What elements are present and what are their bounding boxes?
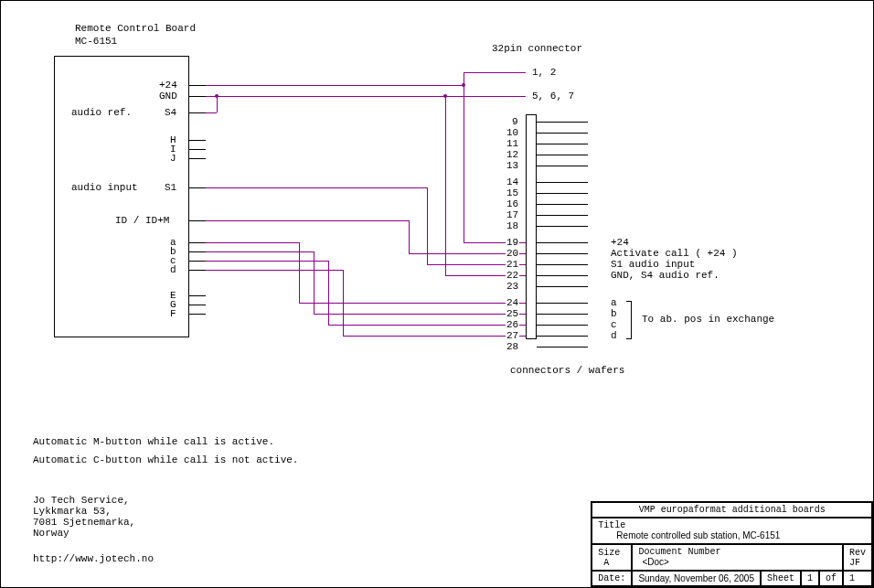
pin-label-f-cap: F <box>169 308 177 319</box>
pin-stub <box>189 140 206 141</box>
pin-label-p24: +24 <box>158 80 178 91</box>
connector-pin-line <box>537 264 588 265</box>
connector-pin-18: 18 <box>506 220 519 231</box>
bracket-icon <box>626 301 632 339</box>
pin-stub <box>189 270 206 271</box>
contact-l3: 7081 Sjetnemarka, <box>32 517 136 528</box>
titleblock-docnum-label: Document Number <box>638 547 720 557</box>
connector-pin-line <box>537 193 588 194</box>
contact-url: http://www.jotech.no <box>32 553 155 564</box>
wire <box>343 270 344 336</box>
connector-pin-line <box>537 133 588 134</box>
titleblock-size: A <box>598 558 609 568</box>
wire <box>206 251 314 252</box>
annot-b: b <box>610 308 618 319</box>
titleblock-sheet-label: Sheet <box>761 571 801 586</box>
pin-stub <box>189 96 206 97</box>
contact-l4: Norway <box>32 528 70 539</box>
wire <box>206 85 464 86</box>
titleblock-sheet-t: 1 <box>843 571 872 586</box>
annot-bracket-text: To ab. pos in exchange <box>641 314 775 325</box>
wire <box>343 336 526 337</box>
connector-pin-line <box>537 286 588 287</box>
connector-pin-line <box>537 166 588 166</box>
titleblock-docnum: <Doc> <box>638 557 668 567</box>
connector-pin-19: 19 <box>506 237 519 248</box>
connector-pin-27: 27 <box>506 330 519 341</box>
titleblock-rev: JF <box>849 558 860 568</box>
pin-stub <box>189 295 206 296</box>
connector-pin-line <box>537 144 588 144</box>
titleblock-rev-label: Rev <box>849 548 866 558</box>
connector-pin-line <box>537 204 588 205</box>
wire <box>206 270 343 271</box>
connector-pin-line <box>537 215 588 216</box>
connector-pin-23: 23 <box>506 281 519 292</box>
connector-pin-line <box>537 242 588 243</box>
connector-p567: 5, 6, 7 <box>531 91 575 102</box>
pin-label-d: d <box>169 264 177 275</box>
connector-pin-28: 28 <box>506 341 519 352</box>
schematic-sheet: Remote Control Board MC-6151 +24 GND aud… <box>0 0 874 588</box>
titleblock-size-label: Size <box>598 548 620 558</box>
titleblock-date: Sunday, November 06, 2005 <box>632 571 761 586</box>
connector-pin-25: 25 <box>506 308 519 319</box>
contact-l2: Lykkmarka 53, <box>32 506 112 517</box>
connector-pin-10: 10 <box>506 127 519 138</box>
connector-pin-21: 21 <box>506 259 519 270</box>
wire <box>314 314 526 315</box>
connector-pin-15: 15 <box>506 187 519 198</box>
connector-pin-line <box>537 155 588 155</box>
connector-block <box>526 114 537 339</box>
board-part-number: MC-6151 <box>74 36 118 47</box>
wire <box>409 220 410 253</box>
connector-pin-26: 26 <box>506 319 519 330</box>
wire <box>206 96 445 97</box>
wire <box>464 72 526 73</box>
contact-l1: Jo Tech Service, <box>32 495 131 506</box>
connector-title: 32pin connector <box>491 43 583 54</box>
annot-activate-call: Activate call ( +24 ) <box>610 248 739 259</box>
titleblock-title: Remote controlled sub station, MC-6151 <box>598 530 780 540</box>
board-title: Remote Control Board <box>74 23 197 34</box>
connector-footer: connectors / wafers <box>509 365 625 376</box>
titleblock-sheet-n: 1 <box>801 571 819 586</box>
titleblock-title-label: Title <box>598 520 625 530</box>
annot-a: a <box>610 297 618 308</box>
pin-label-s1: S1 <box>164 182 177 193</box>
wire <box>445 96 446 275</box>
pin-label-gnd: GND <box>158 91 178 102</box>
connector-pin-14: 14 <box>506 176 519 187</box>
annot-d: d <box>610 330 618 341</box>
connector-p12: 1, 2 <box>531 67 557 78</box>
pin-label-s4: S4 <box>164 107 177 118</box>
titleblock-date-label: Date: <box>598 573 625 583</box>
connector-pin-line <box>537 347 588 347</box>
wire <box>206 112 217 113</box>
connector-pin-11: 11 <box>506 138 519 149</box>
pin-stub <box>189 112 206 113</box>
junction-icon <box>215 94 218 98</box>
pin-label-id: ID / ID+M <box>114 215 170 226</box>
wire <box>206 242 299 243</box>
pin-label-s1-desc: audio input <box>70 182 139 193</box>
connector-pin-line <box>537 336 588 337</box>
connector-pin-24: 24 <box>506 297 519 308</box>
title-block: VMP europaformat additional boards Title… <box>591 501 873 587</box>
pin-stub <box>189 149 206 150</box>
connector-pin-line <box>537 325 588 326</box>
annot-p24: +24 <box>610 237 630 248</box>
connector-pin-13: 13 <box>506 160 519 171</box>
titleblock-project: VMP europaformat additional boards <box>592 502 872 518</box>
pin-stub <box>189 251 206 252</box>
connector-pin-12: 12 <box>506 149 519 160</box>
pin-stub <box>189 314 206 315</box>
pin-stub <box>189 242 206 243</box>
note-m-button: Automatic M-button while call is active. <box>32 436 275 447</box>
wire <box>206 261 328 262</box>
pin-stub <box>189 220 206 221</box>
connector-pin-9: 9 <box>511 116 519 127</box>
wire <box>299 303 526 304</box>
connector-pin-17: 17 <box>506 209 519 220</box>
wire <box>206 187 427 188</box>
